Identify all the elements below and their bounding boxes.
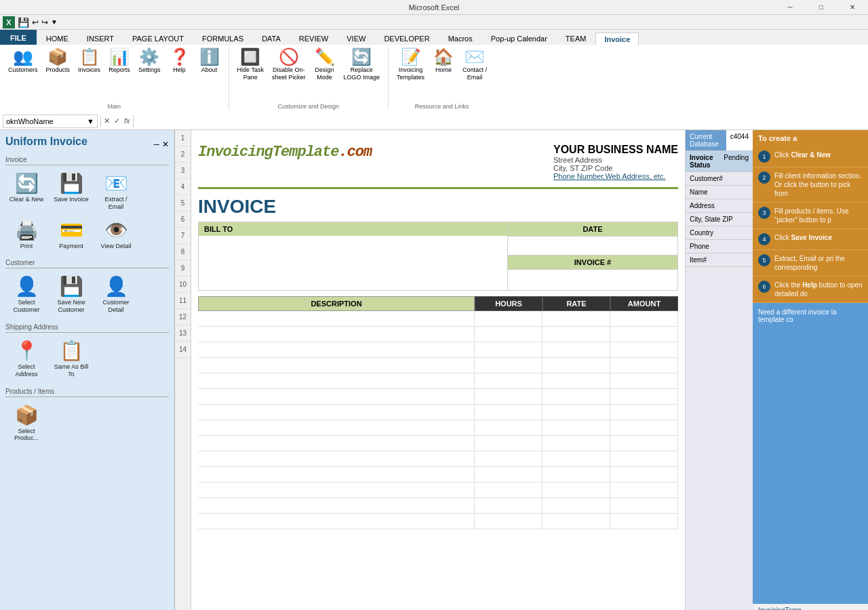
- payment-btn[interactable]: 💳 Payment: [50, 216, 92, 253]
- bill-to-value[interactable]: [199, 236, 508, 290]
- td-amount-9[interactable]: [610, 436, 678, 451]
- td-hours-13[interactable]: [475, 498, 542, 513]
- td-hours-10[interactable]: [475, 451, 542, 466]
- view-detail-btn[interactable]: 👁️ View Detail: [95, 216, 137, 253]
- td-hours-14[interactable]: [475, 514, 542, 529]
- save-quick-btn[interactable]: 💾: [18, 17, 29, 28]
- td-desc-6[interactable]: [198, 389, 475, 404]
- formula-input[interactable]: [136, 115, 865, 128]
- clear-new-btn[interactable]: 🔄 Clear & New: [5, 169, 47, 214]
- date-value[interactable]: [508, 237, 677, 256]
- td-hours-5[interactable]: [475, 373, 542, 388]
- tab-page-layout[interactable]: PAGE LAYOUT: [123, 31, 193, 45]
- td-hours-8[interactable]: [475, 420, 542, 435]
- td-hours-9[interactable]: [475, 436, 542, 451]
- help-btn[interactable]: ❓ Help: [166, 47, 193, 75]
- undo-btn[interactable]: ↩: [32, 18, 39, 27]
- td-rate-7[interactable]: [542, 405, 610, 420]
- products-btn[interactable]: 📦 Products: [43, 47, 73, 75]
- panel-close-icon[interactable]: ✕: [162, 140, 169, 149]
- td-amount-4[interactable]: [610, 358, 678, 373]
- select-address-btn[interactable]: 📍 SelectAddress: [5, 337, 47, 381]
- td-rate-11[interactable]: [542, 467, 610, 482]
- formula-confirm-icon[interactable]: ✓: [114, 117, 120, 125]
- tab-popup-cal[interactable]: Pop-up Calendar: [482, 31, 556, 45]
- invoice-num-value[interactable]: [508, 270, 677, 289]
- td-amount-12[interactable]: [610, 483, 678, 497]
- customers-btn[interactable]: 👥 Customers: [5, 47, 41, 75]
- tab-developer[interactable]: DEVELOPER: [375, 31, 438, 45]
- td-amount-2[interactable]: [610, 327, 678, 342]
- td-hours-1[interactable]: [475, 311, 542, 326]
- invoices-btn[interactable]: 📋 Invoices: [75, 47, 103, 75]
- panel-minimize-icon[interactable]: ─: [153, 140, 159, 149]
- redo-btn[interactable]: ↪: [41, 18, 48, 27]
- design-mode-btn[interactable]: ✏️ DesignMode: [311, 47, 338, 83]
- td-hours-12[interactable]: [475, 483, 542, 497]
- minimize-button[interactable]: ─: [774, 0, 806, 15]
- far-right-link[interactable]: InvoicingTemp: [753, 604, 868, 610]
- select-customer-btn[interactable]: 👤 SelectCustomer: [5, 272, 47, 317]
- td-amount-8[interactable]: [610, 420, 678, 435]
- formula-cancel-icon[interactable]: ✕: [104, 117, 110, 125]
- td-desc-11[interactable]: [198, 467, 475, 482]
- hide-task-btn[interactable]: 🔲 Hide TaskPane: [235, 47, 267, 83]
- replace-logo-btn[interactable]: 🔄 ReplaceLOGO Image: [341, 47, 383, 83]
- td-desc-8[interactable]: [198, 420, 475, 435]
- td-hours-3[interactable]: [475, 342, 542, 357]
- save-invoice-btn[interactable]: 💾 Save Invoice: [50, 169, 92, 214]
- td-desc-3[interactable]: [198, 342, 475, 357]
- td-hours-7[interactable]: [475, 405, 542, 420]
- customize-qa[interactable]: ▼: [51, 18, 58, 26]
- tab-formulas[interactable]: FORMULAS: [193, 31, 252, 45]
- td-desc-7[interactable]: [198, 405, 475, 420]
- disable-onsheet-btn[interactable]: 🚫 Disable On-sheet Picker: [269, 47, 309, 83]
- td-amount-3[interactable]: [610, 342, 678, 357]
- td-rate-5[interactable]: [542, 373, 610, 388]
- td-rate-1[interactable]: [542, 311, 610, 326]
- settings-btn[interactable]: ⚙️ Settings: [136, 47, 163, 75]
- select-product-btn[interactable]: 📦 SelectProduc...: [5, 401, 47, 445]
- td-rate-8[interactable]: [542, 420, 610, 435]
- td-rate-4[interactable]: [542, 358, 610, 373]
- td-amount-7[interactable]: [610, 405, 678, 420]
- td-amount-11[interactable]: [610, 467, 678, 482]
- td-desc-2[interactable]: [198, 327, 475, 342]
- tab-review[interactable]: REVIEW: [290, 31, 337, 45]
- extract-email-btn[interactable]: 📧 Extract /Email: [95, 169, 137, 214]
- td-rate-12[interactable]: [542, 483, 610, 497]
- tab-invoice[interactable]: Invoice: [595, 33, 639, 46]
- td-amount-6[interactable]: [610, 389, 678, 404]
- td-rate-9[interactable]: [542, 436, 610, 451]
- td-desc-12[interactable]: [198, 483, 475, 497]
- td-rate-6[interactable]: [542, 389, 610, 404]
- tab-insert[interactable]: INSERT: [78, 31, 123, 45]
- tab-macros[interactable]: Macros: [439, 31, 481, 45]
- td-desc-13[interactable]: [198, 498, 475, 513]
- maximize-button[interactable]: □: [806, 0, 837, 15]
- tab-data[interactable]: DATA: [253, 31, 290, 45]
- td-rate-10[interactable]: [542, 451, 610, 466]
- print-btn[interactable]: 🖨️ Print: [5, 216, 47, 253]
- close-button[interactable]: ✕: [837, 0, 868, 15]
- about-btn[interactable]: ℹ️ About: [196, 47, 223, 75]
- tab-view[interactable]: VIEW: [338, 31, 374, 45]
- td-amount-5[interactable]: [610, 373, 678, 388]
- td-desc-5[interactable]: [198, 373, 475, 388]
- td-hours-11[interactable]: [475, 467, 542, 482]
- td-rate-2[interactable]: [542, 327, 610, 342]
- td-rate-13[interactable]: [542, 498, 610, 513]
- same-as-bill-btn[interactable]: 📋 Same As BillTo: [50, 337, 92, 381]
- name-box[interactable]: oknWhoName ▼: [3, 115, 98, 128]
- td-desc-9[interactable]: [198, 436, 475, 451]
- td-hours-2[interactable]: [475, 327, 542, 342]
- td-desc-10[interactable]: [198, 451, 475, 466]
- contact-email-btn[interactable]: ✉️ Contact /Email: [460, 47, 490, 83]
- home-res-btn[interactable]: 🏠 Home: [430, 47, 457, 75]
- invoicing-templates-btn[interactable]: 📝 InvoicingTemplates: [394, 47, 427, 83]
- td-amount-1[interactable]: [610, 311, 678, 326]
- td-amount-14[interactable]: [610, 514, 678, 529]
- save-new-customer-btn[interactable]: 💾 Save NewCustomer: [50, 272, 92, 317]
- td-desc-14[interactable]: [198, 514, 475, 529]
- formula-fx-icon[interactable]: fx: [124, 117, 130, 125]
